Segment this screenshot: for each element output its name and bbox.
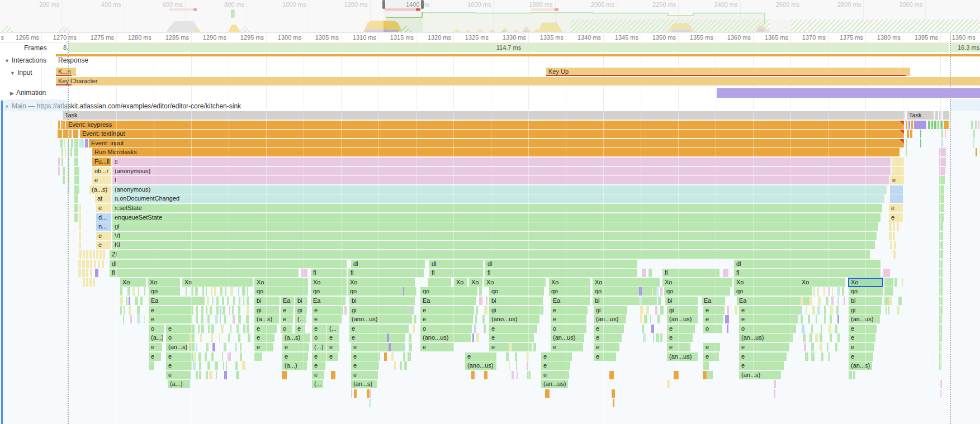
flame-sliver[interactable] [79, 139, 84, 147]
flame-bar-xo[interactable]: Xo [469, 278, 482, 287]
flame-bar-e[interactable]: e [551, 315, 586, 323]
flame-bar-e[interactable]: e [667, 334, 693, 342]
flame-sliver[interactable] [506, 352, 509, 361]
flame-bar-e[interactable]: e [489, 325, 537, 333]
flame-sliver[interactable] [837, 334, 840, 342]
flame-sliver[interactable] [939, 269, 943, 277]
flame-bar-anous[interactable]: (ano...us) [349, 315, 412, 323]
flame-sliver[interactable] [201, 306, 203, 315]
flame-bar-e[interactable]: e [166, 371, 191, 379]
flame-sliver[interactable] [193, 334, 195, 342]
flame-bar-gi[interactable]: gi [594, 306, 627, 315]
flame-sliver[interactable] [90, 269, 92, 277]
flame-sliver[interactable] [221, 325, 224, 333]
flame-sliver[interactable] [100, 250, 102, 259]
flame-bar-xo[interactable]: Xo [120, 278, 146, 287]
flame-bar-as[interactable]: (a...s) [89, 185, 111, 194]
flame-sliver[interactable] [812, 306, 815, 315]
flame-sliver[interactable] [220, 315, 221, 323]
flame-bar-xo[interactable]: Xo [484, 278, 546, 287]
flame-bar-e[interactable]: e [149, 315, 192, 323]
flame-bar-[interactable]: (... [327, 325, 339, 333]
flame-sliver[interactable] [428, 278, 451, 287]
flame-sliver[interactable] [890, 185, 903, 194]
flame-sliver[interactable] [398, 315, 401, 323]
flame-bar-e[interactable]: e [594, 352, 616, 361]
flame-sliver[interactable] [215, 361, 218, 370]
flame-sliver[interactable] [102, 260, 104, 268]
flame-sliver[interactable] [225, 287, 226, 296]
flame-sliver[interactable] [207, 297, 209, 305]
flame-bar-task[interactable]: Task [63, 111, 905, 120]
flame-sliver[interactable] [830, 306, 833, 315]
flame-sliver[interactable] [207, 361, 210, 370]
flame-sliver[interactable] [527, 371, 531, 379]
flame-sliver[interactable] [821, 325, 822, 333]
flame-sliver[interactable] [137, 306, 140, 315]
flame-sliver[interactable] [707, 371, 713, 379]
flame-sliver[interactable] [392, 343, 395, 351]
flame-sliver[interactable] [235, 361, 238, 370]
flame-bar-gl[interactable]: gl [112, 222, 878, 231]
flame-sliver[interactable] [612, 389, 615, 398]
flame-sliver[interactable] [650, 315, 651, 323]
flame-sliver[interactable] [897, 306, 899, 315]
flame-sliver[interactable] [609, 371, 614, 379]
flame-sliver[interactable] [65, 148, 66, 156]
flame-sliver[interactable] [198, 325, 200, 333]
flame-sliver[interactable] [94, 260, 96, 268]
flame-sliver[interactable] [938, 121, 939, 129]
flame-bar-[interactable]: (...) [312, 343, 326, 351]
flame-bar-e[interactable]: e [166, 361, 192, 370]
flame-sliver[interactable] [239, 297, 240, 305]
flame-sliver[interactable] [240, 343, 242, 351]
flame-sliver[interactable] [920, 139, 921, 147]
flame-bar-e[interactable]: e [890, 176, 904, 184]
flame-sliver[interactable] [801, 297, 803, 305]
flame-sliver[interactable] [815, 334, 818, 342]
flame-sliver[interactable] [803, 334, 806, 342]
flame-sliver[interactable] [809, 297, 812, 305]
flame-sliver[interactable] [906, 121, 907, 129]
flame-sliver[interactable] [216, 371, 217, 379]
flame-sliver[interactable] [74, 139, 78, 147]
flame-bar-xo[interactable]: Xo [148, 278, 180, 287]
flame-sliver[interactable] [811, 325, 813, 333]
flame-sliver[interactable] [70, 148, 72, 156]
flame-sliver[interactable] [63, 176, 65, 184]
flame-bar-e[interactable]: e [92, 176, 111, 184]
flame-bar-e[interactable]: e [551, 343, 583, 351]
flame-sliver[interactable] [58, 130, 62, 138]
flame-sliver[interactable] [667, 380, 670, 388]
flame-sliver[interactable] [545, 389, 550, 398]
flame-sliver[interactable] [482, 315, 485, 323]
flame-sliver[interactable] [660, 306, 664, 315]
flame-sliver[interactable] [811, 352, 815, 361]
flame-sliver[interactable] [212, 297, 214, 305]
flame-sliver[interactable] [144, 287, 145, 296]
flame-sliver[interactable] [945, 130, 946, 138]
flame-bar-ans[interactable]: (an...s) [351, 380, 377, 388]
flame-bar-e[interactable]: e [327, 343, 339, 351]
chevron-down-icon[interactable]: ▼ [4, 58, 10, 64]
flame-bar-e[interactable]: e [541, 371, 569, 379]
flame-sliver[interactable] [215, 315, 218, 323]
flame-bar-qo[interactable]: qo [254, 287, 308, 296]
flame-sliver[interactable] [613, 399, 614, 407]
flame-sliver[interactable] [906, 148, 907, 156]
flame-sliver[interactable] [935, 111, 938, 120]
flame-bar-d[interactable]: d... [96, 213, 111, 222]
flame-bar-bi[interactable]: bi [349, 297, 415, 305]
flame-sliver[interactable] [243, 297, 244, 305]
flame-bar-e[interactable]: e [594, 334, 622, 342]
flame-sliver[interactable] [137, 315, 140, 323]
flame-bar-ea[interactable]: Ea [311, 297, 345, 305]
flame-sliver[interactable] [207, 315, 210, 323]
flame-sliver[interactable] [384, 352, 387, 361]
flame-sliver[interactable] [69, 130, 72, 138]
flame-bar-xo[interactable]: Xo [348, 278, 415, 287]
flame-sliver[interactable] [220, 306, 221, 315]
flame-sliver[interactable] [920, 130, 921, 138]
flame-bar-kl[interactable]: Kl [112, 241, 875, 249]
flame-sliver[interactable] [120, 297, 123, 305]
